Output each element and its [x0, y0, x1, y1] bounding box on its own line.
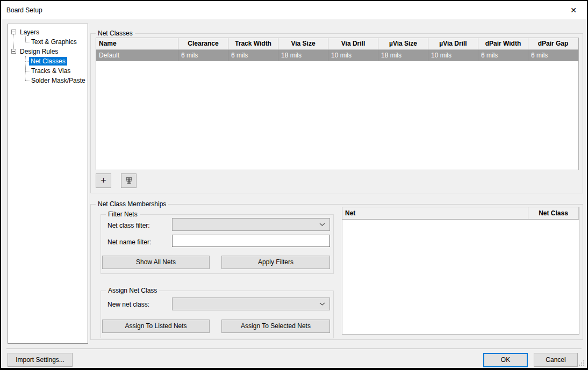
column-header-via-drill[interactable]: Via Drill [328, 38, 378, 49]
tree-connector [25, 61, 28, 62]
close-icon[interactable]: ✕ [565, 1, 582, 19]
tree-connector [13, 34, 14, 49]
filter-nets-group: Filter Nets Net class filter: Net name f… [101, 214, 334, 274]
cell-via-size[interactable]: 18 mils [278, 50, 328, 61]
board-setup-dialog: Board Setup ✕ Layers Text & Graphics Des… [0, 0, 588, 370]
settings-tree: Layers Text & Graphics Design Rules Net … [8, 24, 88, 344]
net-classes-table-header: Name Clearance Track Width Via Size Via … [96, 38, 578, 50]
cell-dpair-width[interactable]: 6 mils [478, 50, 528, 61]
chevron-down-icon [319, 223, 325, 226]
column-header-dpair-gap[interactable]: dPair Gap [528, 38, 578, 49]
tree-connector [25, 81, 30, 81]
ok-button[interactable]: OK [483, 353, 528, 367]
column-header-uvia-drill[interactable]: µVia Drill [428, 38, 478, 49]
net-class-memberships-label: Net Class Memberships [96, 200, 168, 208]
tree-connector [25, 56, 26, 81]
column-header-uvia-size[interactable]: µVia Size [378, 38, 428, 49]
column-header-dpair-width[interactable]: dPair Width [478, 38, 528, 49]
resize-grip-icon[interactable] [578, 359, 585, 366]
assign-net-class-group: Assign Net Class New net class: Assign T… [101, 291, 334, 338]
assign-to-selected-nets-button[interactable]: Assign To Selected Nets [221, 320, 330, 333]
trash-icon [125, 176, 133, 185]
table-row-default[interactable]: Default 6 mils 6 mils 18 mils 10 mils 18… [96, 50, 578, 61]
selected-tree-label: Net Classes [29, 57, 67, 66]
sidebar-item-net-classes[interactable]: Net Classes [29, 57, 67, 66]
assign-to-listed-nets-button[interactable]: Assign To Listed Nets [102, 320, 210, 333]
cell-dpair-gap[interactable]: 6 mils [528, 50, 578, 61]
collapse-icon[interactable] [11, 30, 16, 34]
net-table-header: Net Net Class [342, 207, 579, 220]
cell-clearance[interactable]: 6 mils [178, 50, 228, 61]
column-header-net[interactable]: Net [342, 207, 528, 219]
tree-connector [25, 71, 30, 71]
assign-net-class-label: Assign Net Class [106, 287, 159, 295]
delete-net-class-button[interactable] [121, 173, 137, 188]
net-name-filter-input[interactable] [172, 235, 330, 247]
chevron-down-icon [319, 302, 325, 306]
cell-via-drill[interactable]: 10 mils [328, 50, 378, 61]
column-header-net-class[interactable]: Net Class [528, 207, 579, 219]
cell-uvia-size[interactable]: 18 mils [378, 50, 428, 61]
sidebar-item-design-rules[interactable]: Design Rules [20, 47, 58, 56]
import-settings-button[interactable]: Import Settings... [8, 353, 73, 367]
column-header-track-width[interactable]: Track Width [228, 38, 278, 49]
net-classes-table: Name Clearance Track Width Via Size Via … [96, 38, 579, 170]
tree-connector [25, 37, 26, 42]
net-class-filter-label: Net class filter: [107, 222, 150, 230]
add-net-class-button[interactable]: + [96, 173, 111, 188]
net-class-filter-dropdown[interactable] [172, 218, 330, 231]
title-bar: Board Setup ✕ [1, 1, 587, 19]
cell-track-width[interactable]: 6 mils [228, 50, 278, 61]
sidebar-item-layers[interactable]: Layers [20, 28, 39, 37]
new-net-class-dropdown[interactable] [172, 298, 330, 310]
show-all-nets-button[interactable]: Show All Nets [102, 256, 210, 269]
filter-nets-label: Filter Nets [106, 211, 140, 219]
collapse-icon[interactable] [11, 49, 16, 54]
new-net-class-label: New net class: [107, 301, 149, 309]
cancel-button[interactable]: Cancel [534, 353, 578, 367]
sidebar-item-solder-mask-paste[interactable]: Solder Mask/Paste [31, 76, 85, 85]
plus-icon: + [101, 175, 106, 186]
column-header-via-size[interactable]: Via Size [278, 38, 328, 49]
tree-connector [25, 42, 30, 42]
column-header-clearance[interactable]: Clearance [178, 38, 228, 49]
net-name-filter-label: Net name filter: [107, 238, 151, 246]
column-header-name[interactable]: Name [96, 38, 178, 49]
net-membership-table: Net Net Class [342, 207, 579, 335]
sidebar-item-text-graphics[interactable]: Text & Graphics [31, 38, 77, 46]
cell-name[interactable]: Default [96, 50, 178, 61]
cell-uvia-drill[interactable]: 10 mils [428, 50, 478, 61]
net-classes-group-label: Net Classes [96, 30, 135, 38]
dialog-title: Board Setup [6, 1, 42, 19]
footer-divider [6, 349, 582, 349]
sidebar-item-tracks-vias[interactable]: Tracks & Vias [31, 67, 70, 75]
apply-filters-button[interactable]: Apply Filters [221, 256, 330, 269]
